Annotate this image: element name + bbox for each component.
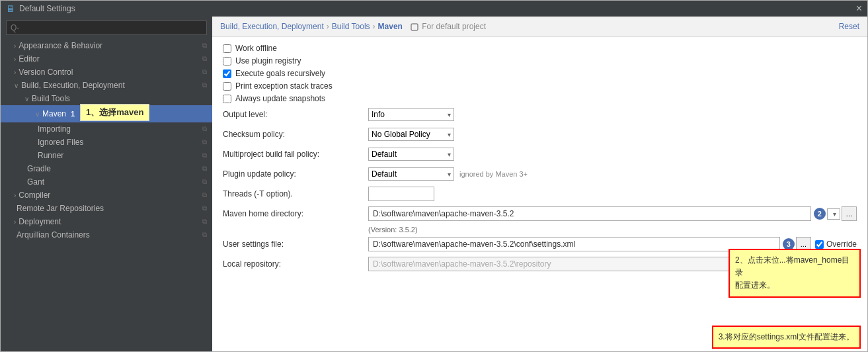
breadcrumb-part2: Build Tools bbox=[332, 22, 370, 31]
user-settings-override-checkbox[interactable] bbox=[815, 240, 824, 249]
sidebar-item-deployment[interactable]: › Deployment ⧉ bbox=[1, 215, 212, 228]
threads-label: Threads (-T option). bbox=[223, 189, 368, 198]
annotation-2-line2: 配置进来。 bbox=[735, 281, 775, 290]
breadcrumb-note: For default project bbox=[411, 22, 486, 31]
execute-goals-label: Execute goals recursively bbox=[235, 69, 325, 78]
content-panel: Build, Execution, Deployment › Build Too… bbox=[212, 17, 867, 351]
checkbox-execute-goals: Execute goals recursively bbox=[223, 69, 857, 78]
maven-home-browse-button[interactable]: ... bbox=[842, 206, 857, 221]
sidebar-item-importing[interactable]: Importing ⧉ bbox=[1, 122, 212, 136]
output-level-value: Info bbox=[372, 110, 445, 119]
copy-icon: ⧉ bbox=[202, 218, 207, 226]
plugin-update-value: Default bbox=[372, 169, 445, 179]
sidebar-item-arquillian[interactable]: Arquillian Containers ⧉ bbox=[1, 228, 212, 242]
chevron-down-icon: ▾ bbox=[448, 151, 451, 158]
copy-icon: ⧉ bbox=[202, 204, 207, 212]
sidebar-item-label: Ignored Files bbox=[38, 138, 83, 147]
breadcrumb-part1: Build, Execution, Deployment bbox=[220, 22, 324, 31]
reset-button[interactable]: Reset bbox=[839, 22, 859, 31]
copy-icon: ⧉ bbox=[202, 125, 207, 133]
output-level-label: Output level: bbox=[223, 110, 368, 119]
sidebar-item-runner[interactable]: Runner ⧉ bbox=[1, 149, 212, 162]
multiproject-fail-row: Multiproject build fail policy: Default … bbox=[223, 146, 857, 162]
sidebar-item-version-control[interactable]: › Version Control ⧉ bbox=[1, 66, 212, 79]
arrow-icon: ∨ bbox=[14, 82, 19, 89]
dialog-icon: 🖥 bbox=[6, 3, 15, 14]
plugin-update-dropdown[interactable]: Default ▾ bbox=[368, 167, 454, 181]
sidebar-item-label: Importing bbox=[38, 124, 71, 134]
output-level-row: Output level: Info ▾ bbox=[223, 107, 857, 122]
plugin-update-note: ignored by Maven 3+ bbox=[459, 170, 528, 178]
sidebar-item-label: Compiler bbox=[19, 191, 50, 200]
sidebar-item-label: Editor bbox=[19, 54, 39, 64]
maven-home-label: Maven home directory: bbox=[223, 209, 368, 218]
breadcrumb-sep1: › bbox=[327, 22, 329, 31]
copy-icon: ⧉ bbox=[202, 178, 207, 186]
threads-input[interactable] bbox=[368, 187, 434, 201]
output-level-dropdown[interactable]: Info ▾ bbox=[368, 108, 454, 121]
checkbox-work-offline: Work offline bbox=[223, 44, 857, 53]
breadcrumb: Build, Execution, Deployment › Build Too… bbox=[220, 22, 486, 31]
user-settings-input[interactable] bbox=[368, 237, 780, 251]
close-button[interactable]: × bbox=[856, 3, 862, 14]
copy-icon: ⧉ bbox=[202, 191, 207, 199]
multiproject-fail-value: Default bbox=[372, 150, 445, 159]
plugin-update-label: Plugin update policy: bbox=[223, 169, 368, 179]
print-exception-checkbox[interactable] bbox=[223, 82, 231, 91]
use-plugin-registry-checkbox[interactable] bbox=[223, 57, 231, 66]
checksum-policy-label: Checksum policy: bbox=[223, 130, 368, 139]
sidebar-item-compiler[interactable]: › Compiler ⧉ bbox=[1, 189, 212, 202]
user-settings-label: User settings file: bbox=[223, 240, 368, 249]
content-body: Work offline Use plugin registry Execute… bbox=[212, 37, 867, 351]
sidebar-item-ignored-files[interactable]: Ignored Files ⧉ bbox=[1, 136, 212, 149]
sidebar-item-editor[interactable]: › Editor ⧉ bbox=[1, 52, 212, 66]
maven-home-input[interactable] bbox=[368, 206, 811, 221]
copy-icon: ⧉ bbox=[202, 68, 207, 76]
sidebar-item-build-execution[interactable]: ∨ Build, Execution, Deployment ⧉ bbox=[1, 79, 212, 92]
sidebar-item-build-tools[interactable]: ∨ Build Tools bbox=[1, 92, 212, 105]
annotation-2: 2、点击末位...将maven_home目录 配置进来。 bbox=[729, 249, 861, 298]
user-settings-override: Override bbox=[815, 240, 857, 249]
sidebar-item-label: Appearance & Behavior bbox=[19, 41, 102, 50]
copy-icon: ⧉ bbox=[202, 55, 207, 63]
checkbox-use-plugin-registry: Use plugin registry bbox=[223, 56, 857, 66]
default-settings-dialog: 🖥 Default Settings × › Appearance & Beha… bbox=[0, 0, 868, 352]
sidebar-item-appearance[interactable]: › Appearance & Behavior ⧉ bbox=[1, 39, 212, 52]
annotation-3: 3.将对应的settings.xml文件配置进来。 bbox=[712, 326, 861, 349]
local-repository-label: Local repository: bbox=[223, 259, 368, 269]
copy-icon: ⧉ bbox=[202, 231, 207, 239]
copy-icon: ⧉ bbox=[202, 42, 207, 50]
checksum-policy-dropdown[interactable]: No Global Policy ▾ bbox=[368, 128, 454, 141]
sidebar-item-gradle[interactable]: Gradle ⧉ bbox=[1, 162, 212, 175]
svg-rect-0 bbox=[411, 24, 418, 30]
work-offline-label: Work offline bbox=[235, 44, 277, 53]
multiproject-fail-dropdown[interactable]: Default ▾ bbox=[368, 148, 454, 161]
execute-goals-checkbox[interactable] bbox=[223, 69, 231, 78]
sidebar-item-label: Gradle bbox=[27, 164, 51, 173]
multiproject-fail-label: Multiproject build fail policy: bbox=[223, 150, 368, 159]
sidebar-item-label: Build, Execution, Deployment bbox=[21, 81, 125, 90]
work-offline-checkbox[interactable] bbox=[223, 44, 231, 53]
sidebar-item-remote-jar[interactable]: Remote Jar Repositories ⧉ bbox=[1, 202, 212, 215]
sidebar-item-label: Version Control bbox=[19, 67, 73, 77]
sidebar-item-gant[interactable]: Gant ⧉ bbox=[1, 175, 212, 189]
sidebar-item-maven[interactable]: ∨ Maven 1 1、选择maven bbox=[1, 105, 212, 122]
breadcrumb-sep2: › bbox=[373, 22, 375, 31]
print-exception-label: Print exception stack traces bbox=[235, 81, 333, 91]
always-update-checkbox[interactable] bbox=[223, 95, 231, 103]
copy-icon: ⧉ bbox=[202, 165, 207, 173]
threads-row: Threads (-T option). bbox=[223, 186, 857, 202]
sidebar-item-label: Deployment bbox=[19, 217, 61, 226]
sidebar-item-label: Runner bbox=[38, 151, 63, 160]
arrow-icon: › bbox=[14, 42, 16, 50]
dialog-title: Default Settings bbox=[19, 4, 75, 13]
copy-icon: ⧉ bbox=[202, 138, 207, 146]
sidebar-item-label: Build Tools bbox=[32, 94, 70, 103]
breadcrumb-part3: Maven bbox=[378, 22, 403, 31]
maven-home-dropdown-arrow[interactable]: ▾ bbox=[827, 208, 840, 220]
search-input[interactable] bbox=[6, 21, 207, 35]
annotation-3-text: 3.将对应的settings.xml文件配置进来。 bbox=[719, 332, 854, 341]
use-plugin-registry-label: Use plugin registry bbox=[235, 56, 301, 66]
dialog-body: › Appearance & Behavior ⧉ › Editor ⧉ › V… bbox=[1, 17, 867, 351]
chevron-down-icon: ▾ bbox=[833, 210, 836, 218]
